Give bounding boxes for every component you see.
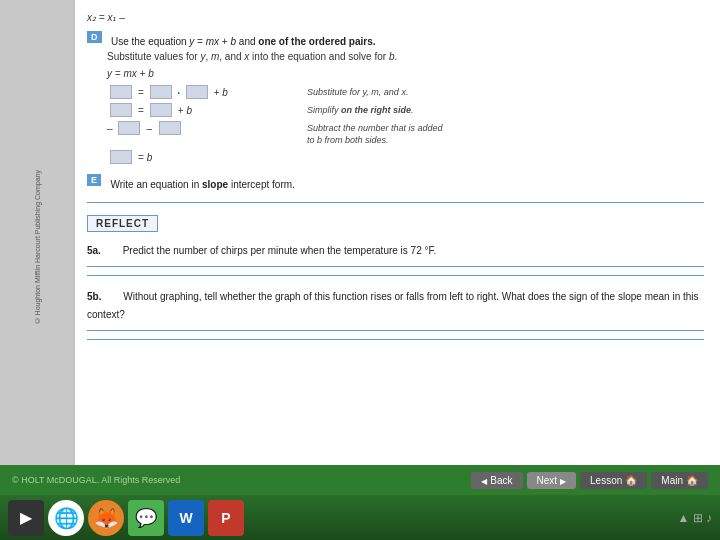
section-e-text: Write an equation in slope intercept for… (110, 179, 294, 190)
footer-copyright: © HOLT McDOUGAL. All Rights Reserved (12, 475, 180, 485)
next-button[interactable]: Next (527, 472, 577, 489)
word-button[interactable]: W (168, 500, 204, 536)
taskbar-left: ▶ 🌐 🦊 💬 W P (8, 500, 244, 536)
section-d-instruction: Use the equation y = mx + b and one of t… (111, 36, 376, 47)
eq-note-2: Simplify on the right side. (307, 103, 414, 117)
reflect-item-5a: 5a. Predict the number of chirps per min… (87, 240, 704, 276)
blank-result1 (110, 103, 132, 117)
firefox-icon: 🦊 (94, 506, 119, 530)
section-d: D Use the equation y = mx + b and one of… (87, 31, 704, 164)
reflect-label: REFLECT (87, 215, 158, 232)
blank-m (150, 85, 172, 99)
next-arrow-icon (560, 475, 566, 486)
answer-line-5a (87, 266, 704, 267)
document-content: x₂ = x₁ – D Use the equation y = mx + b … (75, 0, 720, 495)
blank-y (110, 85, 132, 99)
blank-result2 (150, 103, 172, 117)
eq-row-2: = + b Simplify on the right side. (107, 103, 704, 117)
section-d-sub: Substitute values for y, m, and x into t… (107, 51, 704, 62)
reflect-section: REFLECT 5a. Predict the number of chirps… (87, 213, 704, 340)
taskbar: ▶ 🌐 🦊 💬 W P ▲ ⊞ ♪ (0, 495, 720, 540)
section-e-label: E (87, 174, 101, 186)
answer-line-5a-2 (87, 275, 704, 276)
eq-row-1: = · + b Substitute for y, m, and x. (107, 85, 704, 99)
taskbar-sys-icons: ▲ ⊞ ♪ (677, 511, 712, 525)
reflect-5b-text: Without graphing, tell whether the graph… (87, 291, 699, 320)
ppt-button[interactable]: P (208, 500, 244, 536)
reflect-item-5b: 5b. Without graphing, tell whether the g… (87, 286, 704, 340)
answer-line-e (87, 202, 704, 203)
blank-sub2 (159, 121, 181, 135)
eq-row-3: – – Subtract the number that is addedto … (107, 121, 704, 146)
back-button[interactable]: Back (471, 472, 522, 489)
section-d-label: D (87, 31, 102, 43)
reflect-5b-label: 5b. (87, 291, 101, 302)
reflect-5a-text: Predict the number of chirps per minute … (123, 245, 437, 256)
reflect-5a-label: 5a. (87, 245, 101, 256)
firefox-button[interactable]: 🦊 (88, 500, 124, 536)
equation-block: y = mx + b = · + b Substitute for y, m, … (107, 68, 704, 164)
chrome-icon: 🌐 (54, 506, 79, 530)
back-arrow-icon (481, 475, 487, 486)
taskbar-right: ▲ ⊞ ♪ (677, 511, 712, 525)
eq-main: y = mx + b (107, 68, 704, 79)
answer-line-5b-1 (87, 330, 704, 331)
sidebar-copyright: © Houghton Mifflin Harcourt Publishing C… (34, 170, 41, 324)
ppt-icon: P (221, 510, 230, 526)
eq-note-1: Substitute for y, m, and x. (307, 85, 408, 99)
top-formula: x₂ = x₁ – (87, 12, 704, 23)
media-icon: ▶ (20, 508, 32, 527)
eq-row-4: = b (107, 150, 704, 164)
blank-x (186, 85, 208, 99)
section-e: E Write an equation in slope intercept f… (87, 174, 704, 203)
blank-sub1 (118, 121, 140, 135)
footer-buttons: Back Next Lesson 🏠 Main 🏠 (471, 472, 708, 489)
chat-button[interactable]: 💬 (128, 500, 164, 536)
word-icon: W (179, 510, 192, 526)
blank-final (110, 150, 132, 164)
footer-bar: © HOLT McDOUGAL. All Rights Reserved Bac… (0, 465, 720, 495)
lesson-button[interactable]: Lesson 🏠 (580, 472, 647, 489)
sidebar: © Houghton Mifflin Harcourt Publishing C… (0, 0, 75, 495)
chat-icon: 💬 (135, 507, 157, 529)
main-button[interactable]: Main 🏠 (651, 472, 708, 489)
chrome-button[interactable]: 🌐 (48, 500, 84, 536)
eq-note-3: Subtract the number that is addedto b fr… (307, 121, 443, 146)
media-button[interactable]: ▶ (8, 500, 44, 536)
home-icon: 🏠 (686, 475, 698, 486)
answer-line-5b-2 (87, 339, 704, 340)
house-icon: 🏠 (625, 475, 637, 486)
